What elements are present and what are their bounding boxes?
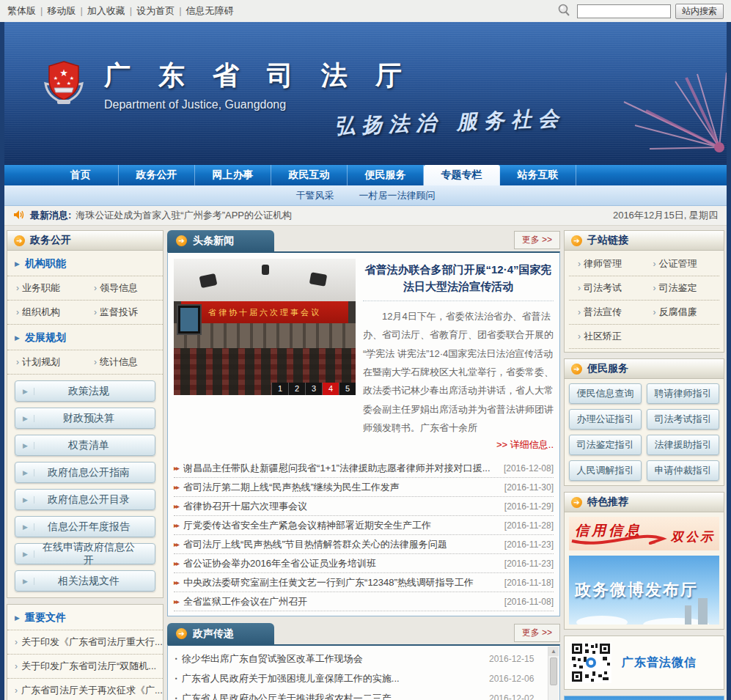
group-development-plans[interactable]: ▶ 发展规划 [7,325,163,350]
triangle-icon: ▶ [23,469,34,476]
carousel-page-3[interactable]: 3 [305,383,322,395]
button-policies-regulations[interactable]: ▶政策法规 [15,380,155,402]
triangle-icon: ▶ [23,442,34,449]
link-community-correction[interactable]: ›社区矫正 [569,325,644,348]
link-supervision-complaints[interactable]: ›监督投诉 [85,301,163,324]
news-item[interactable]: ▸▸全省监狱工作会议在广州召开[2016-11-08] [174,592,554,611]
gov-voice-tab[interactable]: ➔ 政声传递 [167,623,274,644]
button-arbitration-guide[interactable]: 申请仲裁指引 [647,460,719,481]
button-legal-aid-guide[interactable]: 法律援助指引 [647,435,719,455]
triangle-icon: ▶ [15,260,20,268]
gov-weibo-banner[interactable]: 政务微博发布厅 [569,556,719,625]
voice-item[interactable]: ▪徐少华出席广东自贸试验区改革工作现场会2016-12-15 [175,649,542,668]
news-item[interactable]: ▸▸厅党委传达省安全生产紧急会议精神部署近期安全生产工作[2016-11-28] [174,516,554,535]
headline-photo-carousel[interactable]: 省律协十届六次理事会议 1 2 3 4 5 [174,259,356,395]
news-item[interactable]: ▸▸中央政法委研究室副主任黄文艺一行到广东“12348”热线调研指导工作[201… [174,573,554,592]
headline-detail-link[interactable]: >> 详细信息.. [363,438,554,452]
button-fiscal-budget[interactable]: ▶财政预决算 [15,408,155,429]
site-brand[interactable]: ★ ★ ★ ★ ★ 广 东 省 司 法 厅 Department of Just… [40,57,412,111]
link-lawyer-admin[interactable]: ›律师管理 [569,252,644,276]
news-item[interactable]: ▸▸省律协召开十届六次理事会议[2016-11-29] [174,497,554,516]
chevron-icon: › [578,283,581,293]
voice-scrollbar[interactable]: ▲ ▼ [548,646,559,700]
button-online-disclosure-request[interactable]: ▶在线申请政府信息公开 [15,543,155,564]
doc-link[interactable]: ›广东省司法厅关于再次征求《广... [7,679,163,700]
nav-site-links[interactable]: 站务互联 [500,165,576,185]
double-arrow-icon: ▸▸ [174,521,178,529]
link-planning[interactable]: ›计划规划 [7,350,85,374]
button-related-regulations[interactable]: ▶相关法规文件 [15,570,155,592]
nav-online-services[interactable]: 网上办事 [195,165,271,185]
double-arrow-icon: ▸▸ [174,578,178,586]
button-disclosure-guide[interactable]: ▶政府信息公开指南 [15,462,155,483]
headline-more-link[interactable]: 更多 >> [514,231,560,249]
scrollbar-thumb[interactable] [550,657,557,685]
chevron-icon: › [15,637,18,647]
button-mediation-guide[interactable]: 人民调解指引 [569,460,642,481]
nav-home[interactable]: 首页 [43,165,119,185]
link-accessibility[interactable]: 信息无障碍 [186,4,234,18]
carousel-page-4-active[interactable]: 4 [322,383,339,395]
link-set-homepage[interactable]: 设为首页 [136,4,185,18]
link-row: ›普法宣传 ›反腐倡廉 [569,301,719,325]
link-organization[interactable]: ›组织机构 [7,301,85,324]
scroll-up-icon[interactable]: ▲ [548,646,559,656]
photo-light [262,265,269,275]
group-org-functions[interactable]: ▶ 机构职能 [7,251,163,276]
doc-link[interactable]: ›关于印发广东省司法厅“双随机... [7,655,163,679]
link-add-favorite[interactable]: 加入收藏 [87,4,136,18]
news-item[interactable]: ▸▸谢昌晶主任带队赴新疆慰问我省“1+1”法律援助志愿者律师并对接对口援...[… [174,459,554,478]
news-item[interactable]: ▸▸省公证协会举办2016年全省公证员业务培训班[2016-11-23] [174,554,554,573]
link-traditional-chinese[interactable]: 繁体版 [7,4,47,18]
main-nav: 首页 政务公开 网上办事 政民互动 便民服务 专题专栏 站务互联 [4,165,727,185]
gov-voice-more-link[interactable]: 更多 >> [514,624,560,642]
button-notary-guide[interactable]: 办理公证指引 [569,409,642,430]
triangle-icon: ▶ [23,415,34,422]
nav-gov-info[interactable]: 政务公开 [119,165,195,185]
site-search-button[interactable]: 站内搜索 [675,4,724,19]
online-service-hall-banner[interactable]: 广东省网上办事大厅 www.gdbs.gov.cn [564,696,724,700]
button-appraisal-guide[interactable]: 司法鉴定指引 [569,435,642,455]
headline-news-tab[interactable]: ➔ 头条新闻 [167,230,274,251]
link-law-publicity[interactable]: ›普法宣传 [569,301,644,324]
nav-interaction[interactable]: 政民互动 [271,165,348,185]
link-business-functions[interactable]: ›业务职能 [7,276,85,300]
subnav-officer-style[interactable]: 干警风采 [296,189,334,202]
news-item[interactable]: ▸▸省司法厅第二期上线“民声热线”继续为民生工作发声[2016-11-30] [174,478,554,497]
ticker-headline-link[interactable]: 海珠公证处成为首家入驻“广州参考”APP的公证机构 [76,209,292,222]
carousel-page-5[interactable]: 5 [339,383,356,395]
wechat-qr-panel[interactable]: 广东普法微信 [564,635,724,690]
subnav-village-legal-advisor[interactable]: 一村居一法律顾问 [359,189,436,202]
nav-convenience[interactable]: 便民服务 [348,165,424,185]
link-notary-admin[interactable]: ›公证管理 [644,252,720,276]
button-exam-guide[interactable]: 司法考试指引 [647,409,719,430]
svg-text:★: ★ [70,75,74,81]
link-anti-corruption[interactable]: ›反腐倡廉 [644,301,720,324]
voice-item[interactable]: ▪广东省人民政府办公厅关于推进我省农村一二三产...2016-12-02 [175,688,542,700]
voice-item[interactable]: ▪广东省人民政府关于加强困境儿童保障工作的实施...2016-12-06 [175,668,542,688]
svg-text:★: ★ [59,67,68,78]
button-info-query[interactable]: 便民信息查询 [569,383,642,404]
credit-info-banner[interactable]: 信用信息 双公示 [569,517,719,550]
link-judicial-appraisal[interactable]: ›司法鉴定 [644,276,720,300]
button-hire-lawyer-guide[interactable]: 聘请律师指引 [647,383,719,404]
carousel-page-1[interactable]: 1 [271,383,288,395]
button-disclosure-catalog[interactable]: ▶政府信息公开目录 [15,489,155,510]
subsites-panel: ➔ 子站链接 ›律师管理 ›公证管理 ›司法考试 ›司法鉴定 ›普法宣传 ›反腐… [564,230,724,353]
headline-article-title[interactable]: 省普法办联合多部门开展“12·4”国家宪法日大型法治宣传活动 [363,262,554,301]
link-statistics[interactable]: ›统计信息 [85,350,163,374]
news-item[interactable]: ▸▸省司法厅上线“民声热线”节目热情解答群众关心的法律服务问题[2016-11-… [174,535,554,554]
link-row: ›律师管理 ›公证管理 [569,252,719,276]
chevron-icon: › [578,259,581,269]
carousel-page-2[interactable]: 2 [288,383,305,395]
nav-special-topics-active[interactable]: 专题专栏 [424,165,500,185]
link-leadership-info[interactable]: ›领导信息 [85,276,163,300]
qr-code [570,642,611,683]
doc-link[interactable]: ›关于印发《广东省司法厅重大行... [7,630,163,655]
button-responsibility-list[interactable]: ▶权责清单 [15,435,155,456]
link-mobile-version[interactable]: 移动版 [47,4,87,18]
button-annual-report[interactable]: ▶信息公开年度报告 [15,516,155,537]
site-search-input[interactable] [577,4,671,18]
link-judicial-exam[interactable]: ›司法考试 [569,276,644,300]
double-arrow-icon: ▸▸ [174,559,178,567]
